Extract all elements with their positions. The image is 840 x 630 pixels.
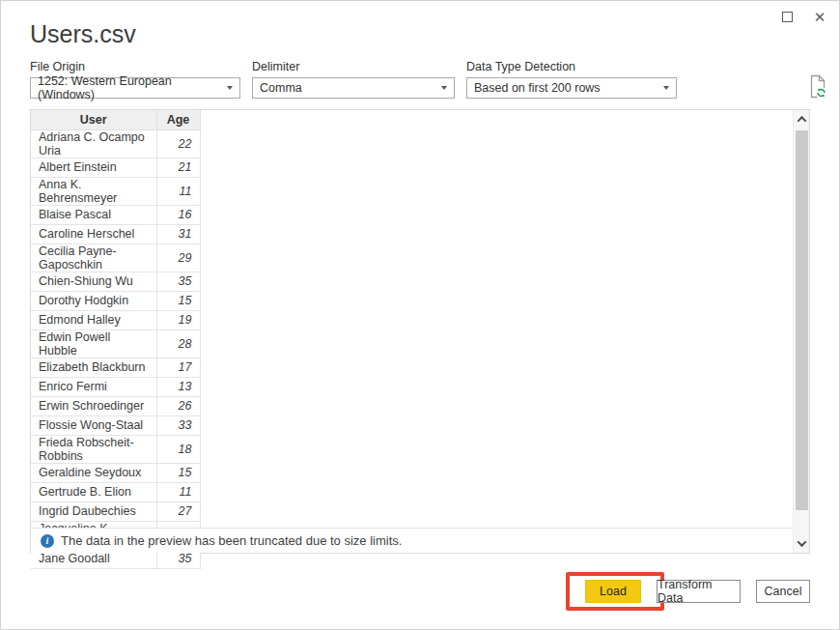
- maximize-button[interactable]: [777, 7, 797, 26]
- age-cell: 11: [156, 482, 200, 501]
- age-cell: 35: [156, 272, 200, 291]
- user-cell: Blaise Pascal: [31, 205, 156, 224]
- table-row[interactable]: Albert Einstein 21: [31, 158, 200, 177]
- user-cell: Frieda Robscheit-Robbins: [31, 435, 156, 463]
- delimiter-value: Comma: [260, 81, 302, 95]
- table-row[interactable]: Flossie Wong-Staal 33: [31, 415, 200, 435]
- user-cell: Ingrid Daubechies: [31, 501, 156, 521]
- user-cell: Adriana C. Ocampo Uria: [31, 129, 156, 158]
- load-button[interactable]: Load: [585, 580, 641, 603]
- age-cell: 26: [156, 396, 200, 415]
- transform-data-button[interactable]: Transform Data: [657, 580, 741, 603]
- data-type-detection-label: Data Type Detection: [466, 60, 677, 73]
- age-cell: 17: [156, 358, 200, 377]
- table-row[interactable]: Anna K. Behrensmeyer 11: [31, 177, 200, 205]
- info-icon: i: [41, 534, 54, 548]
- vertical-scrollbar[interactable]: [793, 110, 809, 553]
- file-origin-label: File Origin: [30, 60, 240, 73]
- chevron-down-icon: [227, 86, 233, 90]
- table-row[interactable]: Frieda Robscheit-Robbins 18: [31, 435, 200, 463]
- close-icon: ✕: [814, 10, 826, 24]
- data-type-detection-dropdown[interactable]: Based on first 200 rows: [466, 77, 677, 99]
- table-row[interactable]: Adriana C. Ocampo Uria 22: [31, 129, 200, 158]
- user-cell: Chien-Shiung Wu: [31, 272, 156, 291]
- table-row[interactable]: Edwin Powell Hubble 28: [31, 329, 200, 358]
- refresh-preview-button[interactable]: [808, 74, 829, 100]
- chevron-down-icon: [798, 537, 807, 547]
- truncation-notice: i The data in the preview has been trunc…: [31, 528, 793, 553]
- user-cell: Erwin Schroedinger: [31, 396, 156, 415]
- age-cell: 27: [156, 501, 200, 521]
- chevron-down-icon: [441, 86, 447, 90]
- column-header-user[interactable]: User: [31, 110, 156, 129]
- user-cell: Caroline Herschel: [31, 224, 156, 243]
- table-row[interactable]: Elizabeth Blackburn 17: [31, 358, 200, 377]
- table-row[interactable]: Blaise Pascal 16: [31, 205, 200, 224]
- age-cell: 16: [156, 205, 200, 224]
- user-cell: Flossie Wong-Staal: [31, 415, 156, 435]
- age-cell: 22: [156, 129, 200, 158]
- page-title: Users.csv: [30, 20, 136, 48]
- file-origin-value: 1252: Western European (Windows): [38, 74, 219, 101]
- user-cell: Anna K. Behrensmeyer: [31, 177, 156, 205]
- chevron-down-icon: [663, 86, 669, 90]
- table-row[interactable]: Cecilia Payne-Gaposchkin 29: [31, 243, 200, 272]
- age-cell: 15: [156, 291, 200, 310]
- user-cell: Enrico Fermi: [31, 377, 156, 396]
- csv-import-dialog: ✕ Users.csv File Origin 1252: Western Eu…: [0, 0, 840, 630]
- table-row[interactable]: Erwin Schroedinger 26: [31, 396, 200, 415]
- user-cell: Cecilia Payne-Gaposchkin: [31, 243, 156, 272]
- preview-table-body: Adriana C. Ocampo Uria 22 Albert Einstei…: [31, 129, 200, 568]
- user-cell: Edmond Halley: [31, 310, 156, 329]
- table-row[interactable]: Caroline Herschel 31: [31, 224, 200, 243]
- table-row[interactable]: Chien-Shiung Wu 35: [31, 272, 200, 291]
- file-refresh-icon: [808, 74, 829, 100]
- age-cell: 28: [156, 329, 200, 358]
- delimiter-label: Delimiter: [252, 60, 455, 73]
- user-cell: Elizabeth Blackburn: [31, 358, 156, 377]
- table-row[interactable]: Enrico Fermi 13: [31, 377, 200, 396]
- user-cell: Geraldine Seydoux: [31, 463, 156, 482]
- truncation-message: The data in the preview has been truncat…: [61, 533, 402, 548]
- chevron-up-icon: [798, 116, 807, 126]
- close-button[interactable]: ✕: [810, 7, 829, 26]
- age-cell: 21: [156, 158, 200, 177]
- delimiter-field: Delimiter Comma: [252, 60, 455, 99]
- table-row[interactable]: Edmond Halley 19: [31, 310, 200, 329]
- file-origin-dropdown[interactable]: 1252: Western European (Windows): [30, 77, 240, 99]
- scroll-up-button[interactable]: [794, 111, 810, 128]
- window-controls: ✕: [777, 7, 829, 26]
- scrollbar-thumb[interactable]: [796, 130, 808, 510]
- user-cell: Gertrude B. Elion: [31, 482, 156, 501]
- age-cell: 11: [156, 177, 200, 205]
- age-cell: 31: [156, 224, 200, 243]
- table-header-row: User Age: [31, 110, 200, 129]
- table-row[interactable]: Geraldine Seydoux 15: [31, 463, 200, 482]
- preview-table: User Age Adriana C. Ocampo Uria 22 Alber…: [31, 110, 201, 569]
- user-cell: Albert Einstein: [31, 158, 156, 177]
- file-origin-field: File Origin 1252: Western European (Wind…: [30, 60, 240, 99]
- table-row[interactable]: Gertrude B. Elion 11: [31, 482, 200, 501]
- data-type-detection-value: Based on first 200 rows: [474, 81, 601, 95]
- age-cell: 13: [156, 377, 200, 396]
- scroll-down-button[interactable]: [794, 535, 810, 552]
- cancel-button[interactable]: Cancel: [756, 580, 810, 603]
- age-cell: 18: [156, 435, 200, 463]
- maximize-icon: [782, 12, 793, 22]
- column-header-age[interactable]: Age: [156, 110, 200, 129]
- table-row[interactable]: Dorothy Hodgkin 15: [31, 291, 200, 310]
- table-row[interactable]: Ingrid Daubechies 27: [31, 501, 200, 521]
- age-cell: 33: [156, 415, 200, 435]
- user-cell: Edwin Powell Hubble: [31, 329, 156, 358]
- data-type-detection-field: Data Type Detection Based on first 200 r…: [466, 60, 677, 99]
- user-cell: Dorothy Hodgkin: [31, 291, 156, 310]
- age-cell: 29: [156, 243, 200, 272]
- age-cell: 15: [156, 463, 200, 482]
- delimiter-dropdown[interactable]: Comma: [252, 77, 455, 99]
- preview-panel: User Age Adriana C. Ocampo Uria 22 Alber…: [30, 109, 810, 554]
- age-cell: 19: [156, 310, 200, 329]
